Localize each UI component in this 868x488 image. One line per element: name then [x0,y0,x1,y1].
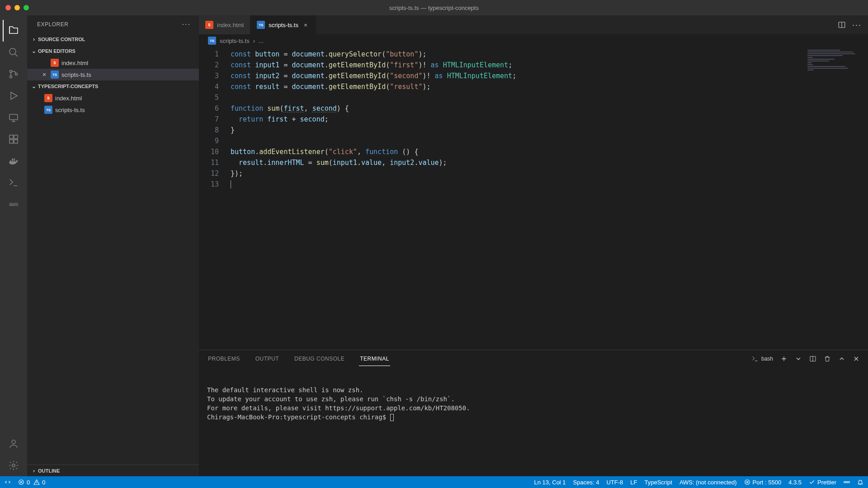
eol[interactable]: LF [630,479,637,486]
terminal-content[interactable]: The default interactive shell is now zsh… [199,367,868,476]
live-server-port[interactable]: Port : 5500 [744,479,782,486]
close-tab-icon[interactable]: × [302,22,309,28]
html-file-icon: 5 [205,21,213,29]
chevron-right-icon: › [253,38,255,44]
file-item[interactable]: TS scripts-ts.ts [27,104,199,116]
ts-file-icon: TS [208,37,216,45]
chevron-down-icon: ⌄ [31,83,37,89]
close-icon[interactable]: × [41,71,48,78]
file-name: scripts-ts.ts [55,107,85,113]
aws-icon[interactable]: aws [3,193,24,215]
breadcrumb-file: scripts-ts.ts [220,38,250,44]
source-control-section[interactable]: › SOURCE CONTROL [27,33,199,45]
editor-more-icon[interactable]: ··· [852,20,862,30]
debug-console-tab[interactable]: DEBUG CONSOLE [293,352,345,366]
window-controls [5,5,29,10]
project-label: TYPESCRIPT-CONCEPTS [38,84,98,89]
chevron-right-icon: › [31,36,37,42]
open-editors-label: OPEN EDITORS [38,48,75,54]
open-editors-section[interactable]: ⌄ OPEN EDITORS [27,45,199,57]
project-section[interactable]: ⌄ TYPESCRIPT-CONCEPTS [27,80,199,92]
open-editor-item[interactable]: × 5 index.html [27,57,199,69]
sidebar-header: EXPLORER ··· [27,15,199,33]
breadcrumb-rest: ... [259,38,264,44]
svg-rect-6 [9,140,13,143]
svg-point-0 [9,48,16,55]
split-editor-icon[interactable] [838,21,846,29]
run-debug-icon[interactable] [3,85,24,107]
svg-rect-4 [9,114,18,120]
chevron-right-icon: › [31,468,37,474]
chevron-down-icon: ⌄ [31,48,37,54]
ts-file-icon: TS [51,70,59,79]
docker-icon[interactable] [3,150,24,172]
output-tab[interactable]: OUTPUT [255,352,280,366]
search-icon[interactable] [3,42,24,63]
close-window-button[interactable] [5,5,11,10]
notifications-icon[interactable] [857,479,863,485]
extensions-icon[interactable] [3,128,24,150]
remote-indicator[interactable] [5,479,11,485]
editor-tabs: 5 index.html TS scripts-ts.ts × ··· [199,15,868,34]
ts-file-icon: TS [257,21,265,29]
problems-tab[interactable]: PROBLEMS [207,352,241,366]
prettier-status[interactable]: Prettier [809,479,836,486]
svg-point-9 [12,440,15,444]
split-terminal-icon[interactable] [809,355,816,362]
source-control-icon[interactable] [3,63,24,85]
activity-bar: aws [0,15,27,476]
language-mode[interactable]: TypeScript [644,479,672,486]
editor-area: 5 index.html TS scripts-ts.ts × ··· TS s… [199,15,868,476]
open-editor-item[interactable]: × TS scripts-ts.ts [27,69,199,80]
line-gutter: 12345678910111213 [199,47,231,350]
file-name: index.html [61,60,88,66]
terminal-dropdown-icon[interactable] [795,355,802,362]
typescript-version[interactable]: 4.3.5 [788,479,802,486]
html-file-icon: 5 [51,59,59,67]
titlebar: scripts-ts.ts — typescript-concepts [0,0,868,15]
outline-label: OUTLINE [38,468,60,474]
close-panel-icon[interactable] [853,355,860,362]
outline-section[interactable]: › OUTLINE [27,465,199,476]
svg-point-2 [10,76,12,78]
svg-rect-5 [9,135,13,139]
svg-point-3 [15,73,18,75]
warnings-count[interactable]: 0 [33,479,45,486]
file-item[interactable]: 5 index.html [27,92,199,104]
code-content[interactable]: const button = document.querySelector("b… [231,47,868,350]
cursor-position[interactable]: Ln 13, Col 1 [534,479,566,486]
svg-point-10 [12,464,15,467]
aws-status[interactable]: AWS: (not connected) [679,479,737,486]
feedback-icon[interactable] [844,479,850,485]
kill-terminal-icon[interactable] [824,355,831,362]
file-name: scripts-ts.ts [61,71,91,78]
remote-explorer-icon[interactable] [3,107,24,128]
editor-tab[interactable]: TS scripts-ts.ts × [250,15,316,34]
encoding[interactable]: UTF-8 [606,479,623,486]
maximize-window-button[interactable] [24,5,29,10]
new-terminal-icon[interactable] [780,355,788,362]
tab-label: index.html [217,22,244,28]
terminal-shortcut-icon[interactable] [3,172,24,193]
breadcrumb[interactable]: TS scripts-ts.ts › ... [199,34,868,47]
sidebar-more-icon[interactable]: ··· [182,20,191,28]
svg-rect-8 [14,135,18,139]
maximize-panel-icon[interactable] [838,355,845,362]
terminal-tab[interactable]: TERMINAL [359,352,390,366]
svg-point-16 [844,481,846,483]
sidebar-title: EXPLORER [37,21,68,28]
indentation[interactable]: Spaces: 4 [573,479,599,486]
minimize-window-button[interactable] [14,5,20,10]
explorer-icon[interactable] [3,20,24,42]
svg-point-17 [848,481,850,483]
html-file-icon: 5 [44,94,52,102]
editor-tab[interactable]: 5 index.html [199,15,250,34]
settings-gear-icon[interactable] [3,455,24,476]
shell-selector[interactable]: bash [751,355,773,362]
accounts-icon[interactable] [3,433,24,455]
shell-name: bash [761,356,773,362]
svg-point-1 [10,70,12,73]
errors-count[interactable]: 0 [18,479,30,486]
code-editor[interactable]: 12345678910111213 const button = documen… [199,47,868,350]
minimap[interactable] [807,49,862,67]
